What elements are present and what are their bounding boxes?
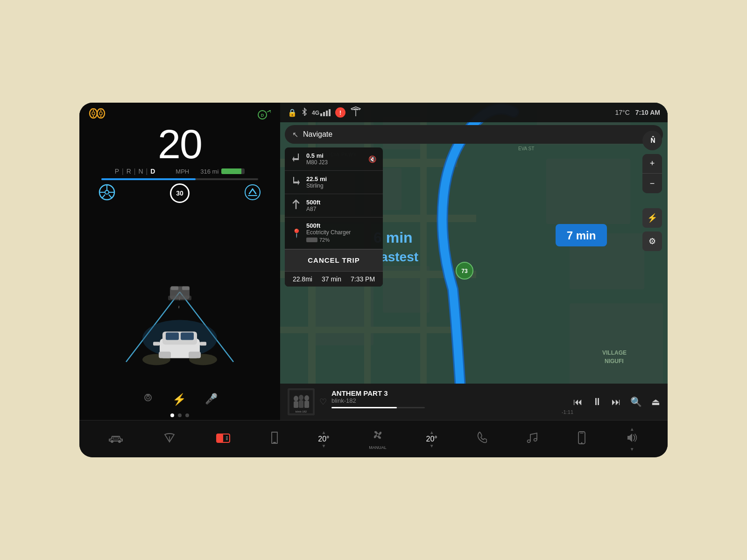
- turn-item-2: 22.5 mi Stirling: [285, 171, 383, 194]
- navigate-label: Navigate: [303, 130, 653, 139]
- song-title: ANTHEM PART 3: [331, 389, 573, 397]
- svg-rect-27: [168, 296, 191, 301]
- battery-bar: [221, 168, 245, 174]
- album-art-image: blink-182: [288, 388, 315, 415]
- svg-point-87: [299, 395, 303, 400]
- supercharger-button[interactable]: ⚡: [642, 208, 662, 228]
- lock-icon: 🔒: [288, 108, 297, 117]
- turn-3-distance: 500ft: [306, 199, 376, 206]
- taskbar-music[interactable]: [527, 432, 538, 447]
- search-music-button[interactable]: 🔍: [630, 396, 642, 407]
- prev-track-button[interactable]: ⏮: [573, 397, 583, 407]
- turn-1-info: 0.5 mi M80 J23: [306, 152, 363, 166]
- svg-rect-77: [323, 112, 325, 116]
- battery-fill: [221, 168, 241, 174]
- next-track-button[interactable]: ⏭: [612, 397, 621, 407]
- settings-map-button[interactable]: ⚙: [642, 231, 662, 251]
- taskbar-mobile[interactable]: [578, 431, 586, 447]
- svg-point-89: [304, 395, 309, 401]
- navigate-bar[interactable]: ↖ Navigate ›: [285, 125, 663, 144]
- queue-button[interactable]: ⏏: [651, 396, 660, 407]
- gear-selector: P | R | N | D MPH 316 mi: [115, 168, 245, 175]
- map-controls: N̂ + − ⚡ ⚙: [642, 131, 662, 251]
- cancel-trip-bar[interactable]: CANCEL TRIP: [285, 249, 383, 272]
- pause-button[interactable]: ⏸: [592, 396, 602, 408]
- taskbar-temp-left[interactable]: ▲ 20° ▼: [318, 430, 329, 448]
- taskbar-handset[interactable]: [477, 431, 487, 447]
- taskbar-fan[interactable]: MANUAL: [369, 428, 387, 450]
- handset-icon: [477, 431, 487, 447]
- like-button[interactable]: ♡: [319, 397, 327, 407]
- taskbar-alert[interactable]: [216, 433, 231, 445]
- volume-icon: [626, 433, 639, 446]
- svg-line-18: [102, 195, 105, 198]
- taskbar-car[interactable]: [108, 433, 123, 446]
- navigation-panel: ALICIA PKWY EVA ST VILLAGE NIGUFI 73 6 m…: [280, 103, 668, 420]
- taskbar-wipers[interactable]: [163, 433, 176, 446]
- svg-rect-88: [299, 400, 303, 408]
- svg-rect-7: [100, 116, 101, 117]
- trip-arrival: 7:33 PM: [351, 275, 375, 283]
- microphone-icon[interactable]: 🎤: [205, 393, 218, 406]
- turn-item-1: 0.5 mi M80 J23 🔇: [285, 147, 383, 171]
- wiper-icon: [163, 433, 176, 446]
- svg-rect-29: [182, 287, 190, 290]
- svg-rect-65: [420, 103, 427, 420]
- battery-percent: 72%: [319, 237, 330, 243]
- taskbar-volume[interactable]: ▲ ▼: [626, 427, 639, 452]
- svg-rect-56: [308, 280, 374, 345]
- page-dot-3: [185, 413, 189, 417]
- svg-text:NIGUFI: NIGUFI: [605, 358, 624, 364]
- speed-unit: MPH: [176, 168, 189, 175]
- turn-4-distance: 500ft: [306, 222, 376, 229]
- cluster-bottom-controls: ⚡ 🎤: [142, 388, 218, 411]
- album-art: blink-182: [288, 388, 315, 415]
- turn-item-3: 500ft A87: [285, 194, 383, 217]
- cancel-trip-button[interactable]: CANCEL TRIP: [308, 256, 360, 264]
- svg-point-102: [376, 434, 379, 436]
- compass-button[interactable]: N̂: [642, 131, 662, 150]
- svg-point-1: [92, 112, 95, 115]
- gear-r: R: [127, 168, 131, 175]
- turn-3-icon: [291, 199, 301, 212]
- gear-n: N: [138, 168, 143, 175]
- svg-rect-41: [189, 352, 201, 358]
- temp-left-value: 20°: [318, 435, 329, 443]
- svg-point-93: [118, 440, 121, 443]
- camera-toggle-icon[interactable]: [142, 393, 154, 406]
- trip-duration: 37 min: [322, 275, 341, 283]
- zoom-in-button[interactable]: +: [642, 154, 662, 174]
- zoom-out-button[interactable]: −: [642, 174, 662, 193]
- lightning-icon[interactable]: ⚡: [172, 393, 186, 406]
- status-bar: 🔒 4G !: [280, 103, 668, 122]
- status-right-info: 17°C 7:10 AM: [615, 109, 660, 116]
- svg-point-85: [294, 396, 298, 401]
- main-content: D 20 P | R | N | D MPH: [79, 103, 668, 420]
- svg-rect-38: [153, 342, 160, 346]
- speed-display: 20: [158, 124, 202, 165]
- turn-2-distance: 22.5 mi: [306, 175, 376, 182]
- camera-view: [79, 205, 280, 388]
- svg-rect-94: [113, 437, 119, 439]
- media-controls: ⏮ ⏸ ⏭ 🔍 ⏏: [573, 396, 660, 408]
- speed-value: 20: [158, 124, 202, 165]
- page-dot-2: [178, 413, 182, 417]
- fan-mode-label: MANUAL: [369, 445, 387, 450]
- battery-estimate: 72%: [306, 237, 330, 243]
- svg-point-104: [581, 442, 582, 443]
- speed-limit-value: 30: [176, 189, 183, 197]
- taskbar-temp-right[interactable]: ▲ 20° ▼: [426, 430, 437, 448]
- svg-rect-39: [200, 342, 206, 346]
- autopilot-icon: [244, 183, 261, 203]
- sound-icon[interactable]: 🔇: [368, 155, 376, 163]
- progress-bar[interactable]: [331, 407, 425, 408]
- svg-point-14: [105, 190, 109, 194]
- tesla-logo: [350, 106, 361, 119]
- svg-text:EVA ST: EVA ST: [518, 146, 534, 151]
- turn-1-distance: 0.5 mi: [306, 152, 363, 159]
- turn-4-info: 500ft Ecotricity Charger 72%: [306, 222, 376, 244]
- gear-d: D: [150, 168, 155, 175]
- instrument-cluster: D 20 P | R | N | D MPH: [79, 103, 280, 420]
- svg-rect-44: [146, 394, 150, 396]
- taskbar-phone[interactable]: [270, 431, 279, 447]
